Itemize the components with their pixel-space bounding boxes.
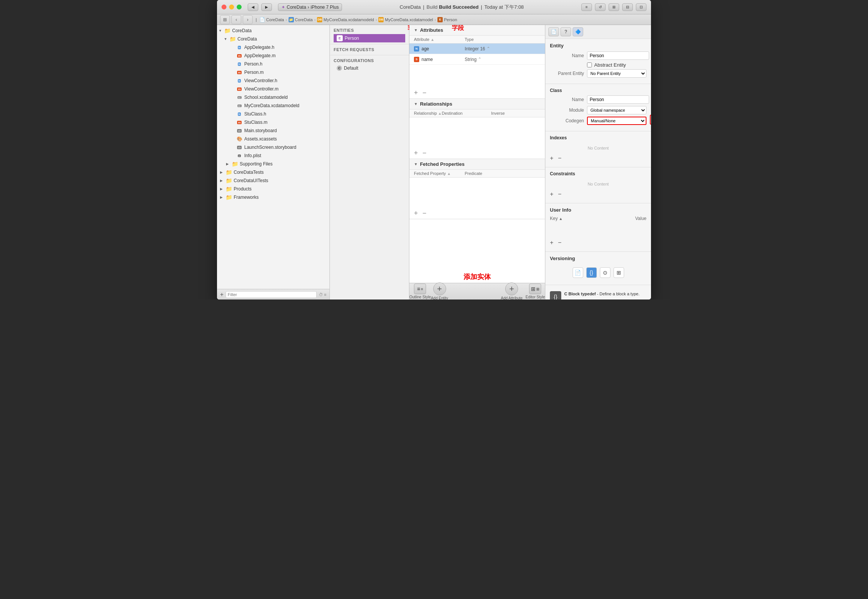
breadcrumb-item-4[interactable]: DB MyCoreData.xcdatamodel [378, 17, 433, 22]
outline-style-btn[interactable]: ≡≡ Outline Style [409, 284, 431, 299]
tree-item-frameworks[interactable]: ▶ 📁 Frameworks [217, 193, 329, 201]
parent-entity-select[interactable]: No Parent Entity [587, 69, 646, 78]
add-fp-btn[interactable]: + [414, 209, 418, 217]
tree-item-appdelegate-m[interactable]: m AppDelegate.m [217, 51, 329, 60]
entity-name-input[interactable] [587, 51, 649, 60]
breadcrumb-forward[interactable]: › [243, 15, 253, 24]
tree-item-stuclass-h[interactable]: h StuClass.h [217, 110, 329, 118]
ver-icon-table[interactable]: ⊞ [614, 267, 624, 278]
attr-badge-s: S [414, 57, 419, 62]
abstract-entity-checkbox[interactable] [587, 62, 592, 67]
rp-tab-attrs[interactable]: 🔷 [573, 27, 583, 36]
relationships-header[interactable]: ▼ Relationships [409, 99, 545, 109]
user-info-plus-minus: + − [550, 238, 646, 248]
tree-item-coredatatests[interactable]: ▶ 📁 CoreDataTests [217, 168, 329, 176]
userinfo-remove-btn[interactable]: − [558, 239, 561, 246]
folder-icon-products: 📁 [225, 186, 232, 192]
attributes-section: ▼ Attributes 字段 Attribute ▲ Type N [409, 25, 545, 99]
tree-item-stuclass-m[interactable]: m StuClass.m [217, 118, 329, 126]
filter-options[interactable]: ⏱ ≡ [319, 292, 326, 297]
close-button[interactable] [222, 5, 226, 9]
add-file-btn[interactable]: + [220, 291, 223, 298]
app-name: CoreData [400, 4, 421, 10]
tree-item-main-storyboard[interactable]: sb Main.storyboard [217, 126, 329, 135]
tree-item-appdelegate-h[interactable]: h AppDelegate.h [217, 43, 329, 51]
tree-item-viewcontroller-h[interactable]: h ViewController.h [217, 76, 329, 85]
class-name-input[interactable] [587, 95, 649, 104]
breadcrumb-back[interactable]: ‹ [231, 15, 241, 24]
breadcrumb-item-3[interactable]: DB MyCoreData.xcdatamodeld [317, 17, 374, 22]
add-attribute-plus-btn[interactable]: + [414, 89, 418, 97]
tree-item-viewcontroller-m[interactable]: m ViewController.m [217, 85, 329, 93]
sidebar-filter-input[interactable] [226, 291, 316, 298]
rp-tab-file[interactable]: 📄 [548, 27, 559, 36]
maximize-button[interactable] [237, 5, 242, 9]
module-select[interactable]: Global namespace [587, 106, 646, 114]
tree-item-launchscreen-storyboard[interactable]: sb LaunchScreen.storyboard [217, 143, 329, 151]
attribute-row-name[interactable]: S name String ⌃ [409, 54, 545, 65]
minimize-button[interactable] [229, 5, 234, 9]
type-dropdown-name[interactable]: ⌃ [478, 57, 481, 62]
indexes-add-btn[interactable]: + [550, 155, 553, 162]
add-entity-btn[interactable]: + Add Entity [431, 282, 448, 300]
remove-fp-btn[interactable]: − [423, 209, 427, 217]
tree-item-supporting-files[interactable]: ▶ 📁 Supporting Files [217, 160, 329, 168]
forward-button[interactable]: ▶ [261, 3, 272, 11]
ver-icon-braces[interactable]: {} [586, 267, 597, 278]
constraints-add-btn[interactable]: + [550, 191, 553, 198]
ver-icon-file[interactable]: 📄 [573, 267, 583, 278]
editor-style-btn[interactable]: ⊞⊞ Editor Style [526, 284, 545, 299]
dest-col-header: Destination [442, 111, 491, 115]
entity-person[interactable]: E Person [334, 34, 405, 42]
add-attribute-btn[interactable]: + Add Attribute [501, 282, 523, 300]
layout-btn-5[interactable]: ⊡ [636, 3, 646, 11]
layout-btn-3[interactable]: ⊞ [609, 3, 619, 11]
relationships-section: ▼ Relationships Relationship ▲ Destinati… [409, 99, 545, 159]
entity-badge-person: E [337, 35, 343, 41]
tree-item-coredatauitests[interactable]: ▶ 📁 CoreDataUITests [217, 176, 329, 185]
h-file-icon-3: h [236, 78, 243, 84]
value-col: Value [635, 216, 646, 221]
file-navigator: ▼ 📁 CoreData ▼ 📁 CoreData h AppDelegate.… [217, 25, 330, 300]
ver-icon-circle[interactable]: ⊙ [600, 267, 610, 278]
breadcrumb-item-2[interactable]: 📁 CoreData [289, 17, 313, 22]
m-file-icon: m [236, 53, 243, 59]
indexes-remove-btn[interactable]: − [558, 155, 561, 162]
fetched-properties-header[interactable]: ▼ Fetched Properties [409, 159, 545, 170]
remove-relationship-btn[interactable]: − [423, 149, 427, 157]
tree-item-info-plist[interactable]: p Info.plist [217, 151, 329, 160]
layout-btn-1[interactable]: ≡ [581, 3, 592, 11]
grid-view-btn[interactable]: ⊞ [220, 15, 230, 24]
config-default[interactable]: C Default [334, 64, 405, 72]
constraints-section: Constraints No Content + − [545, 167, 651, 203]
rels-empty-rows [409, 117, 545, 148]
constraints-remove-btn[interactable]: − [558, 191, 561, 198]
breadcrumb-item-1[interactable]: 📄 CoreData [260, 17, 284, 22]
tree-item-person-h[interactable]: h Person.h [217, 60, 329, 68]
back-button[interactable]: ◀ [248, 3, 258, 11]
tree-item-coredata-group[interactable]: ▼ 📁 CoreData [217, 35, 329, 43]
userinfo-add-btn[interactable]: + [550, 239, 553, 246]
tree-item-person-m[interactable]: m Person.m [217, 68, 329, 76]
rp-tab-help[interactable]: ? [560, 27, 571, 36]
layout-btn-2[interactable]: ↺ [595, 3, 606, 11]
right-panel: 📄 ? 🔷 Entity Name Abstract Entity Parent… [545, 25, 651, 300]
add-relationship-btn[interactable]: + [414, 149, 418, 157]
relationships-title: Relationships [420, 101, 452, 107]
tree-item-assets[interactable]: 🎨 Assets.xcassets [217, 135, 329, 143]
codegen-select[interactable]: Manual/None [587, 117, 646, 125]
tree-item-mycoredata-xcdatamodeld[interactable]: xc MyCoreData.xcdatamodeld [217, 101, 329, 110]
breadcrumb-item-5[interactable]: E Person [437, 17, 457, 22]
attr-name-age: age [422, 46, 465, 51]
tree-item-products[interactable]: ▶ 📁 Products [217, 185, 329, 193]
type-dropdown-age[interactable]: ⌃ [487, 46, 490, 51]
attributes-header[interactable]: ▼ Attributes 字段 [409, 25, 545, 36]
sidebar-footer: + ⏱ ≡ [217, 289, 329, 300]
remove-attribute-btn[interactable]: − [423, 89, 427, 97]
tree-item-school-xcdatamodeld[interactable]: xc School.xcdatamodeld [217, 93, 329, 101]
layout-btn-4[interactable]: ⊟ [622, 3, 633, 11]
attribute-row-age[interactable]: N age Integer 16 ⌃ [409, 44, 545, 54]
scheme-selector[interactable]: ✦ CoreData › iPhone 7 Plus [278, 3, 342, 11]
tree-item-coredata-root[interactable]: ▼ 📁 CoreData [217, 27, 329, 35]
fetched-col-headers: Fetched Property ▲ Predicate [409, 170, 545, 178]
